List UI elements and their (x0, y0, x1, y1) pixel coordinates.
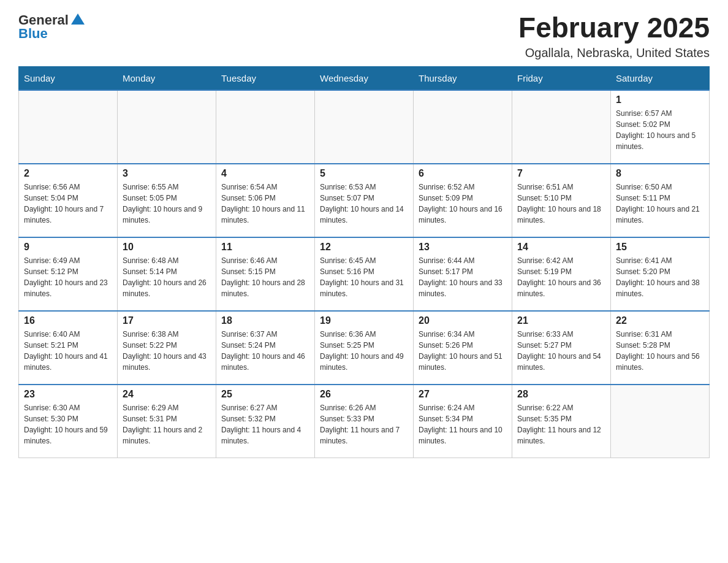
day-info: Sunrise: 6:51 AMSunset: 5:10 PMDaylight:… (517, 182, 605, 226)
calendar-cell: 17Sunrise: 6:38 AMSunset: 5:22 PMDayligh… (118, 311, 216, 385)
day-info: Sunrise: 6:31 AMSunset: 5:28 PMDaylight:… (616, 329, 704, 373)
day-number: 14 (517, 242, 605, 253)
calendar-cell: 3Sunrise: 6:55 AMSunset: 5:05 PMDaylight… (118, 164, 216, 237)
day-number: 10 (123, 242, 211, 253)
day-info: Sunrise: 6:41 AMSunset: 5:20 PMDaylight:… (616, 255, 704, 299)
calendar-table: SundayMondayTuesdayWednesdayThursdayFrid… (18, 66, 710, 459)
day-info: Sunrise: 6:40 AMSunset: 5:21 PMDaylight:… (24, 329, 112, 373)
day-info: Sunrise: 6:42 AMSunset: 5:19 PMDaylight:… (517, 255, 605, 299)
calendar-cell: 5Sunrise: 6:53 AMSunset: 5:07 PMDaylight… (315, 164, 414, 237)
calendar-header-tuesday: Tuesday (216, 66, 315, 90)
calendar-cell: 7Sunrise: 6:51 AMSunset: 5:10 PMDaylight… (512, 164, 611, 237)
page-header: General Blue February 2025 Ogallala, Neb… (18, 12, 710, 60)
day-number: 27 (419, 389, 507, 400)
calendar-cell (315, 90, 414, 164)
day-info: Sunrise: 6:53 AMSunset: 5:07 PMDaylight:… (320, 182, 408, 226)
calendar-cell (19, 90, 118, 164)
calendar-cell: 8Sunrise: 6:50 AMSunset: 5:11 PMDaylight… (611, 164, 710, 237)
day-number: 3 (123, 168, 211, 179)
location-text: Ogallala, Nebraska, United States (518, 46, 710, 60)
calendar-cell: 13Sunrise: 6:44 AMSunset: 5:17 PMDayligh… (414, 237, 512, 311)
calendar-header-wednesday: Wednesday (315, 66, 414, 90)
day-number: 28 (517, 389, 605, 400)
day-info: Sunrise: 6:27 AMSunset: 5:32 PMDaylight:… (221, 402, 309, 446)
day-info: Sunrise: 6:34 AMSunset: 5:26 PMDaylight:… (419, 329, 507, 373)
day-number: 24 (123, 389, 211, 400)
calendar-cell: 2Sunrise: 6:56 AMSunset: 5:04 PMDaylight… (19, 164, 118, 237)
calendar-cell: 23Sunrise: 6:30 AMSunset: 5:30 PMDayligh… (19, 385, 118, 458)
day-info: Sunrise: 6:30 AMSunset: 5:30 PMDaylight:… (24, 402, 112, 446)
day-number: 11 (221, 242, 309, 253)
day-info: Sunrise: 6:29 AMSunset: 5:31 PMDaylight:… (123, 402, 211, 446)
day-info: Sunrise: 6:56 AMSunset: 5:04 PMDaylight:… (24, 182, 112, 226)
day-number: 4 (221, 168, 309, 179)
calendar-week-row: 23Sunrise: 6:30 AMSunset: 5:30 PMDayligh… (19, 385, 710, 458)
calendar-cell (216, 90, 315, 164)
day-info: Sunrise: 6:33 AMSunset: 5:27 PMDaylight:… (517, 329, 605, 373)
day-number: 16 (24, 315, 112, 326)
day-info: Sunrise: 6:26 AMSunset: 5:33 PMDaylight:… (320, 402, 408, 446)
day-number: 12 (320, 242, 408, 253)
calendar-cell: 15Sunrise: 6:41 AMSunset: 5:20 PMDayligh… (611, 237, 710, 311)
calendar-cell (414, 90, 512, 164)
calendar-cell: 11Sunrise: 6:46 AMSunset: 5:15 PMDayligh… (216, 237, 315, 311)
day-info: Sunrise: 6:50 AMSunset: 5:11 PMDaylight:… (616, 182, 704, 226)
day-info: Sunrise: 6:36 AMSunset: 5:25 PMDaylight:… (320, 329, 408, 373)
calendar-cell: 18Sunrise: 6:37 AMSunset: 5:24 PMDayligh… (216, 311, 315, 385)
calendar-header-sunday: Sunday (19, 66, 118, 90)
day-number: 20 (419, 315, 507, 326)
day-info: Sunrise: 6:54 AMSunset: 5:06 PMDaylight:… (221, 182, 309, 226)
calendar-cell: 12Sunrise: 6:45 AMSunset: 5:16 PMDayligh… (315, 237, 414, 311)
day-info: Sunrise: 6:38 AMSunset: 5:22 PMDaylight:… (123, 329, 211, 373)
day-number: 17 (123, 315, 211, 326)
svg-marker-0 (71, 13, 85, 25)
day-info: Sunrise: 6:24 AMSunset: 5:34 PMDaylight:… (419, 402, 507, 446)
calendar-header-friday: Friday (512, 66, 611, 90)
day-info: Sunrise: 6:49 AMSunset: 5:12 PMDaylight:… (24, 255, 112, 299)
calendar-week-row: 1Sunrise: 6:57 AMSunset: 5:02 PMDaylight… (19, 90, 710, 164)
calendar-week-row: 16Sunrise: 6:40 AMSunset: 5:21 PMDayligh… (19, 311, 710, 385)
calendar-cell (118, 90, 216, 164)
day-number: 1 (616, 94, 704, 105)
day-info: Sunrise: 6:52 AMSunset: 5:09 PMDaylight:… (419, 182, 507, 226)
calendar-cell: 24Sunrise: 6:29 AMSunset: 5:31 PMDayligh… (118, 385, 216, 458)
day-number: 21 (517, 315, 605, 326)
day-info: Sunrise: 6:37 AMSunset: 5:24 PMDaylight:… (221, 329, 309, 373)
day-number: 13 (419, 242, 507, 253)
day-info: Sunrise: 6:45 AMSunset: 5:16 PMDaylight:… (320, 255, 408, 299)
calendar-header-row: SundayMondayTuesdayWednesdayThursdayFrid… (19, 66, 710, 90)
day-number: 6 (419, 168, 507, 179)
day-number: 9 (24, 242, 112, 253)
day-number: 19 (320, 315, 408, 326)
title-section: February 2025 Ogallala, Nebraska, United… (518, 12, 710, 60)
calendar-cell (611, 385, 710, 458)
calendar-week-row: 9Sunrise: 6:49 AMSunset: 5:12 PMDaylight… (19, 237, 710, 311)
calendar-cell: 1Sunrise: 6:57 AMSunset: 5:02 PMDaylight… (611, 90, 710, 164)
day-number: 8 (616, 168, 704, 179)
day-info: Sunrise: 6:46 AMSunset: 5:15 PMDaylight:… (221, 255, 309, 299)
calendar-cell: 14Sunrise: 6:42 AMSunset: 5:19 PMDayligh… (512, 237, 611, 311)
month-year-title: February 2025 (518, 12, 710, 44)
day-info: Sunrise: 6:44 AMSunset: 5:17 PMDaylight:… (419, 255, 507, 299)
day-info: Sunrise: 6:48 AMSunset: 5:14 PMDaylight:… (123, 255, 211, 299)
calendar-header-monday: Monday (118, 66, 216, 90)
calendar-header-saturday: Saturday (611, 66, 710, 90)
calendar-cell: 27Sunrise: 6:24 AMSunset: 5:34 PMDayligh… (414, 385, 512, 458)
calendar-cell (512, 90, 611, 164)
calendar-cell: 16Sunrise: 6:40 AMSunset: 5:21 PMDayligh… (19, 311, 118, 385)
calendar-cell: 20Sunrise: 6:34 AMSunset: 5:26 PMDayligh… (414, 311, 512, 385)
calendar-cell: 4Sunrise: 6:54 AMSunset: 5:06 PMDaylight… (216, 164, 315, 237)
day-number: 18 (221, 315, 309, 326)
day-number: 5 (320, 168, 408, 179)
logo-blue-text: Blue (18, 26, 48, 42)
logo-triangle-icon (71, 12, 85, 26)
calendar-header-thursday: Thursday (414, 66, 512, 90)
calendar-cell: 28Sunrise: 6:22 AMSunset: 5:35 PMDayligh… (512, 385, 611, 458)
calendar-week-row: 2Sunrise: 6:56 AMSunset: 5:04 PMDaylight… (19, 164, 710, 237)
calendar-cell: 25Sunrise: 6:27 AMSunset: 5:32 PMDayligh… (216, 385, 315, 458)
day-number: 25 (221, 389, 309, 400)
day-number: 23 (24, 389, 112, 400)
calendar-cell: 26Sunrise: 6:26 AMSunset: 5:33 PMDayligh… (315, 385, 414, 458)
calendar-cell: 21Sunrise: 6:33 AMSunset: 5:27 PMDayligh… (512, 311, 611, 385)
day-info: Sunrise: 6:55 AMSunset: 5:05 PMDaylight:… (123, 182, 211, 226)
